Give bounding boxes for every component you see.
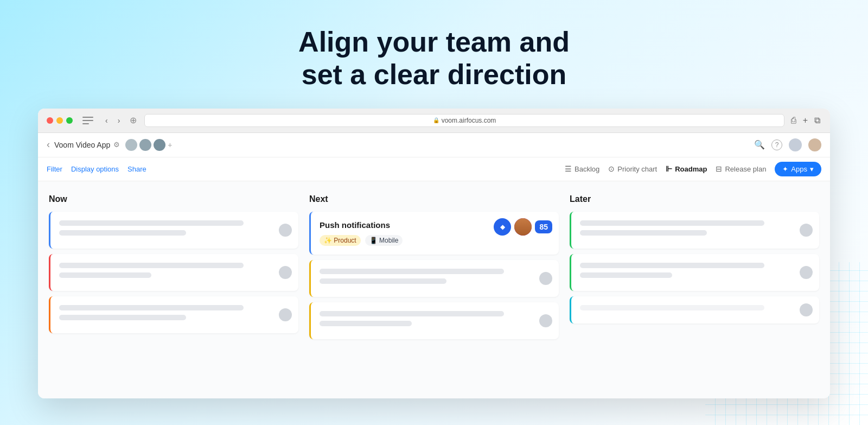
browser-window: ‹ › ⊕ 🔒 voom.airfocus.com ⎙ + ⧉ ‹ Voom V… [38,109,830,398]
account-icon[interactable] [789,138,802,151]
score-badge: 85 [535,220,552,233]
main-content: Now Next [38,181,830,398]
card-avatar [800,303,813,316]
skeleton-line [580,272,672,278]
roadmap-label: Roadmap [675,165,707,173]
add-member-button[interactable]: + [168,139,172,151]
avatar-3 [154,139,165,151]
column-now: Now [49,194,298,345]
share-tab-button[interactable]: ⎙ [790,115,797,126]
priority-chart-label: Priority chart [617,165,657,173]
roadmap-icon: ⊩ [666,164,672,173]
columns: Now Next [49,194,819,345]
lock-icon: 🔒 [433,117,439,123]
card-avatar [800,266,813,279]
card-avatar [279,266,292,279]
backlog-label: Backlog [575,165,599,173]
skeleton-line [320,278,446,284]
display-options-button[interactable]: Display options [71,165,119,173]
skeleton-line [580,263,764,268]
card-later-3[interactable] [570,296,819,323]
help-icon[interactable]: ? [771,139,782,150]
url-text: voom.airfocus.com [442,117,496,124]
copy-tab-button[interactable]: ⧉ [813,115,821,126]
card-now-3[interactable] [49,296,298,333]
card-avatar [539,272,552,285]
release-plan-nav-item[interactable]: ⊟ Release plan [716,164,766,173]
column-now-header: Now [49,194,298,204]
skeleton-line [320,269,504,274]
card-avatar [279,224,292,237]
priority-chart-nav-item[interactable]: ⊙ Priority chart [608,164,657,173]
card-avatar [800,224,813,237]
card-title: Push notifications [320,220,494,230]
back-button[interactable]: ‹ [103,115,110,126]
avatar-group: + [125,139,172,151]
card-now-1[interactable] [49,212,298,249]
user-avatar-icon[interactable] [808,138,821,151]
card-avatar [539,314,552,327]
roadmap-nav-item[interactable]: ⊩ Roadmap [666,164,707,173]
avatar-1 [125,139,137,151]
chevron-down-icon: ▾ [810,165,814,173]
settings-icon[interactable]: ⚙ [113,141,120,149]
new-tab-button[interactable]: + [802,115,809,126]
skeleton-line [580,230,707,236]
column-later-header: Later [570,194,819,204]
skeleton-line [580,220,764,226]
app-name: Voom Video App ⚙ [54,141,120,149]
card-push-notifications[interactable]: Push notifications ✨ Product 📱 Mobile ◆ … [309,212,559,255]
mobile-badge: 📱 Mobile [365,235,403,246]
search-icon[interactable]: 🔍 [754,139,765,150]
card-now-2[interactable] [49,254,298,291]
nav-bar: Filter Display options Share ☰ Backlog ⊙… [38,157,830,181]
app-back-button[interactable]: ‹ [47,139,50,150]
forward-button[interactable]: › [116,115,123,126]
skeleton-line [59,230,186,236]
card-avatar [279,308,292,321]
apps-label: Apps [791,165,807,173]
card-meta: ✨ Product 📱 Mobile [320,235,494,246]
skeleton-line [59,272,151,278]
column-next-header: Next [309,194,559,204]
card-later-1[interactable] [570,212,819,249]
toolbar-right: 🔍 ? [754,138,821,151]
card-next-2[interactable] [309,260,559,297]
column-later: Later [570,194,819,345]
release-plan-icon: ⊟ [716,164,722,173]
sidebar-toggle-icon [82,117,93,124]
app-toolbar: ‹ Voom Video App ⚙ + 🔍 ? [38,133,830,157]
skeleton-line [59,315,186,320]
nav-right: ☰ Backlog ⊙ Priority chart ⊩ Roadmap ⊟ R… [565,162,821,176]
browser-chrome: ‹ › ⊕ 🔒 voom.airfocus.com ⎙ + ⧉ [38,109,830,133]
skeleton-line [320,311,504,316]
diamond-icon: ◆ [494,218,511,236]
hero-section: Align your team and set a clear directio… [288,0,580,109]
traffic-lights [47,117,73,124]
traffic-light-yellow[interactable] [56,117,63,124]
card-later-2[interactable] [570,254,819,291]
shield-icon: ⊕ [127,114,139,126]
traffic-light-green[interactable] [66,117,73,124]
apps-button[interactable]: ✦ Apps ▾ [775,162,821,176]
skeleton-line [320,321,412,326]
skeleton-line [580,305,764,310]
browser-actions: ⎙ + ⧉ [790,115,821,126]
skeleton-line [59,305,244,310]
address-bar[interactable]: 🔒 voom.airfocus.com [144,114,784,127]
column-next: Next Push notifications ✨ Product 📱 Mobi… [309,194,559,345]
share-button[interactable]: Share [127,165,146,173]
card-actions: ◆ 85 [494,218,552,236]
backlog-icon: ☰ [565,164,572,173]
card-next-3[interactable] [309,302,559,339]
assignee-avatar [514,218,532,236]
backlog-nav-item[interactable]: ☰ Backlog [565,164,599,173]
release-plan-label: Release plan [725,165,766,173]
skeleton-line [59,263,244,268]
avatar-2 [139,139,151,151]
sidebar-toggle-button[interactable] [78,116,98,125]
filter-button[interactable]: Filter [47,165,62,173]
nav-left: Filter Display options Share [47,165,146,173]
product-badge: ✨ Product [320,235,361,246]
traffic-light-red[interactable] [47,117,53,124]
